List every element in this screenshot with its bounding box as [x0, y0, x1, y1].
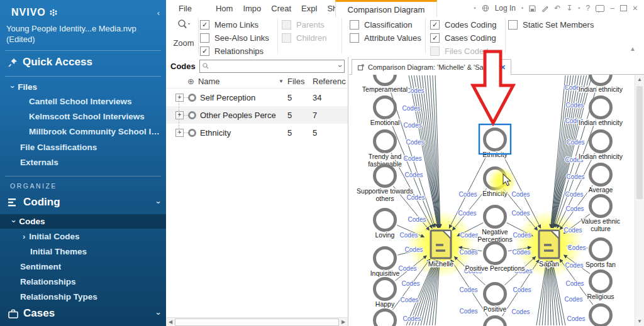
checkbox-option-codes-coding[interactable]: ✓Codes Coding [430, 19, 496, 30]
code-node-loving[interactable] [375, 210, 396, 231]
checkbox-option-relationships[interactable]: ✓Relationships [200, 46, 269, 56]
menu-tab-hom[interactable]: Hom [211, 4, 238, 13]
checkbox[interactable]: ✓ [430, 33, 440, 43]
code-node-positive-perceptions[interactable] [485, 243, 506, 264]
code-node[interactable] [485, 317, 506, 326]
checkbox[interactable] [282, 20, 291, 30]
pencil-icon[interactable] [541, 5, 548, 12]
scrollbar-thumb[interactable] [175, 318, 339, 326]
sidebar-collapse-icon[interactable]: ‹ [157, 8, 160, 18]
help-icon[interactable]: ? [586, 4, 590, 13]
checkbox[interactable]: ✓ [200, 20, 209, 30]
save-icon[interactable] [529, 5, 536, 12]
scroll-left-icon[interactable]: ◀ [166, 319, 175, 325]
sidebar-item-file[interactable]: Millbrook Community School Int... [29, 127, 164, 136]
checkbox[interactable] [430, 46, 440, 56]
search-box[interactable]: › [199, 60, 345, 73]
zoom-button[interactable]: Zoom [170, 19, 197, 48]
code-node-values-ethnic-culture[interactable] [591, 196, 611, 217]
sidebar-item-relationships[interactable]: Relationships [20, 277, 76, 286]
sidebar-item[interactable]: Externals [20, 158, 58, 167]
checkbox[interactable] [282, 33, 291, 43]
checkbox-option-cases-coding[interactable]: ✓Cases Coding [430, 33, 496, 43]
checkbox-option-static-set-members[interactable]: Static Set Members [508, 19, 594, 30]
sidebar-item-file[interactable]: Kelmscott School Interviews [29, 112, 145, 121]
close-tab-icon[interactable]: ✕ [500, 63, 506, 72]
search-input[interactable] [211, 61, 336, 71]
menu-tab-file[interactable]: File [174, 4, 197, 13]
expand-icon[interactable]: + [175, 129, 184, 137]
scroll-down-icon[interactable]: ▼ [635, 318, 644, 324]
case-doc-node-michelle[interactable]: Michelle [428, 231, 453, 268]
checkbox-option-memo-links[interactable]: ✓Memo Links [200, 19, 269, 30]
scroll-right-icon[interactable]: ▶ [339, 319, 348, 325]
menu-tab-impo[interactable]: Impo [238, 4, 266, 13]
chevron-down-icon[interactable]: › [154, 312, 162, 315]
checkbox[interactable] [350, 20, 359, 30]
code-node-negative-perceptions[interactable] [485, 207, 506, 227]
checkbox-option-parents[interactable]: Parents [282, 19, 326, 30]
sidebar-item-sentiment[interactable]: Sentiment [20, 262, 61, 271]
sidebar-item-initial-themes[interactable]: Initial Themes [30, 247, 87, 256]
checkbox[interactable]: ✓ [430, 20, 440, 30]
table-row[interactable]: +Ethnicity55 [166, 124, 348, 141]
code-node-happy[interactable] [375, 279, 396, 300]
minimize-icon[interactable]: – [610, 4, 614, 13]
globe-icon[interactable] [482, 4, 489, 12]
column-references[interactable]: Referenc [313, 77, 348, 86]
column-name[interactable]: Name [198, 77, 220, 86]
code-node[interactable] [591, 305, 611, 326]
tab-comparison-diagram[interactable]: Comparison Diagram [335, 0, 437, 17]
sidebar-item-initial-codes[interactable]: ›Initial Codes [23, 232, 80, 241]
menu-tab-creat[interactable]: Creat [266, 4, 296, 13]
sidebar-section-cases[interactable]: Cases › [8, 307, 160, 320]
close-icon[interactable]: × [633, 3, 638, 13]
paste-icon[interactable]: ↧ [566, 4, 572, 13]
code-node-indian-ethnicity[interactable] [591, 97, 611, 118]
comparison-diagram-canvas[interactable]: CodesCodesCodesCodesCodesCodesCodesCodes… [349, 75, 635, 326]
code-node-emotional[interactable] [375, 97, 396, 118]
sidebar-section-files[interactable]: › Files [11, 82, 37, 92]
expand-icon[interactable]: + [175, 111, 184, 119]
checkbox-option-files-coded[interactable]: Files Coded [430, 46, 496, 56]
code-node-temperamental[interactable] [375, 75, 396, 85]
code-node-sports-fan[interactable] [591, 239, 611, 260]
expand-icon[interactable]: + [175, 94, 184, 102]
menu-tab-expl[interactable]: Expl [296, 4, 322, 13]
chevron-down-icon[interactable]: › [154, 201, 162, 204]
diagram-document-tab[interactable]: Comparison Diagram: 'Michelle' & 'Sapan'… [352, 59, 511, 75]
sidebar-item-relationship-types[interactable]: Relationship Types [20, 292, 97, 302]
table-row[interactable]: +Self Perception534 [166, 89, 348, 106]
code-node-trendy-and-fashionable[interactable] [375, 131, 396, 152]
scroll-up-icon[interactable]: ▲ [635, 77, 644, 82]
code-node-indian-ethnicity[interactable] [591, 75, 611, 85]
case-doc-node-sapan[interactable]: Sapan [539, 231, 559, 268]
maximize-icon[interactable] [620, 5, 627, 11]
checkbox-option-children[interactable]: Children [282, 33, 326, 43]
undo-icon[interactable]: ↶ [554, 4, 560, 13]
collapse-ribbon-icon[interactable]: ▲ [630, 45, 636, 52]
checkbox[interactable] [508, 20, 518, 30]
checkbox[interactable]: ✓ [200, 46, 209, 56]
code-node-average[interactable] [591, 165, 611, 185]
sidebar-item[interactable]: File Classifications [20, 143, 97, 152]
login-button[interactable]: Log In [495, 4, 516, 13]
code-node-ethnicity[interactable] [485, 129, 506, 150]
sidebar-section-coding[interactable]: Coding › [8, 196, 160, 209]
chevron-down-icon[interactable]: › [336, 65, 344, 67]
checkbox-option-see-also-links[interactable]: See-Also Links [200, 33, 269, 43]
checkbox-option-attribute-values[interactable]: Attribute Values [350, 33, 421, 43]
comment-icon[interactable] [596, 5, 604, 12]
code-node-inquisitive[interactable] [375, 248, 396, 269]
table-row[interactable]: +Other Peoples Perce57 [166, 106, 348, 124]
code-node-positive[interactable] [485, 284, 506, 305]
code-node-indian-ethnicity[interactable] [591, 131, 611, 152]
scrollbar-thumb[interactable] [636, 86, 643, 199]
checkbox[interactable] [200, 33, 209, 43]
code-node-supportive-towards-others[interactable] [375, 166, 396, 187]
codes-column-header[interactable]: ⊕ Name ▼ Files Referenc [166, 75, 348, 89]
code-node-religious[interactable] [591, 271, 611, 292]
checkbox-option-classification[interactable]: Classification [350, 19, 421, 30]
horizontal-scrollbar[interactable]: ◀ ▶ [166, 317, 348, 326]
vertical-scrollbar[interactable]: ▲ ▼ [635, 75, 644, 326]
